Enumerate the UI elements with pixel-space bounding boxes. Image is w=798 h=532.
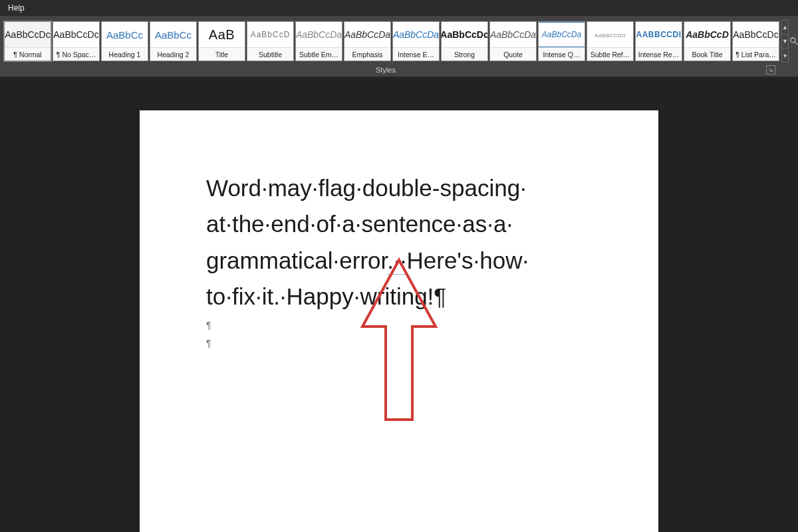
style-preview: AaBbCcDc [5,22,51,47]
style-label: Heading 2 [150,47,196,61]
menu-bar: Help [0,0,798,16]
style-tile-heading-2[interactable]: AaBbCcHeading 2 [150,21,197,61]
find-icon[interactable] [789,36,798,47]
style-preview: AaBbCc [150,22,196,47]
style-tile-intense-e-[interactable]: AaBbCcDaIntense E… [392,21,440,61]
style-tile--no-spac-[interactable]: AaBbCcDc¶ No Spac… [53,21,100,61]
styles-gallery: AaBbCcDc¶ NormalAaBbCcDc¶ No Spac…AaBbCc… [3,20,781,63]
style-tile-subtle-em-[interactable]: AaBbCcDaSubtle Em… [295,21,342,61]
style-preview: AaB [199,22,245,47]
style-label: Intense Re… [636,47,682,61]
style-tile-subtitle[interactable]: AaBbCcDSubtitle [247,21,294,61]
style-label: Quote [490,47,536,61]
style-preview: AaBbCcDc [53,22,99,47]
style-label: ¶ List Para… [733,47,779,61]
style-label: Subtle Ref… [587,47,633,61]
menu-help[interactable]: Help [4,2,29,14]
document-area: Word·may·flag·double-spacing· at·the·end… [0,77,798,532]
gallery-down-arrow-icon[interactable]: ▼ [782,35,788,49]
ribbon-right-icons [789,20,798,63]
style-label: ¶ No Spac… [53,47,99,61]
style-tile-quote[interactable]: AaBbCcDaQuote [489,21,537,61]
style-preview: AaBbCcDa [393,22,439,47]
style-tile--normal[interactable]: AaBbCcDc¶ Normal [4,21,51,61]
style-label: Emphasis [344,47,390,61]
styles-gallery-scroll: ▲ ▼ ▾ [781,20,789,63]
style-tile-title[interactable]: AaBTitle [198,21,245,61]
style-tile-subtle-ref-[interactable]: AABBCCDDSubtle Ref… [587,21,634,61]
style-label: Strong [442,47,487,61]
ribbon-group-label-row: Styles ↘ [0,63,798,77]
style-tile--list-para-[interactable]: AaBbCcDc¶ List Para… [732,21,779,61]
document-page[interactable]: Word·may·flag·double-spacing· at·the·end… [140,110,658,532]
svg-point-0 [791,38,795,43]
style-preview: AaBbCcDa [490,22,536,47]
style-tile-intense-q-[interactable]: AaBbCcDaIntense Q… [538,21,585,61]
styles-group-label: Styles [0,66,771,74]
style-tile-intense-re-[interactable]: AABBCCDIIntense Re… [635,21,682,61]
style-tile-book-title[interactable]: AaBbCcDBook Title [684,21,731,61]
style-preview: AABBCCDD [587,22,633,47]
style-preview: AABBCCDI [636,22,682,47]
style-preview: AaBbCcD [247,22,293,47]
gallery-more-icon[interactable]: ▾ [782,49,788,62]
style-label: Title [199,47,245,61]
style-label: Intense Q… [539,47,585,61]
svg-line-1 [795,42,797,45]
style-preview: AaBbCcDa [296,22,342,47]
style-preview: AaBbCcDa [344,22,390,47]
empty-paragraph-mark[interactable]: ¶ [206,336,598,350]
style-label: Heading 1 [102,47,148,61]
empty-paragraph-mark[interactable]: ¶ [206,319,598,332]
document-paragraph[interactable]: Word·may·flag·double-spacing· at·the·end… [206,170,598,315]
style-label: Subtitle [247,47,293,61]
style-label: Intense E… [393,47,439,61]
style-label: Book Title [684,47,730,61]
style-label: ¶ Normal [5,47,51,61]
style-tile-strong[interactable]: AaBbCcDcStrong [441,21,488,61]
style-tile-heading-1[interactable]: AaBbCcHeading 1 [101,21,148,61]
style-preview: AaBbCcDc [442,22,487,47]
grammar-flagged-span[interactable]: .·· [387,247,406,275]
style-label: Subtle Em… [296,47,342,61]
style-preview: AaBbCcDc [733,22,779,47]
style-preview: AaBbCcD [684,22,730,47]
style-preview: AaBbCcDa [539,22,585,47]
ribbon-styles: AaBbCcDc¶ NormalAaBbCcDc¶ No Spac…AaBbCc… [0,16,798,63]
style-tile-emphasis[interactable]: AaBbCcDaEmphasis [344,21,391,61]
gallery-up-arrow-icon[interactable]: ▲ [782,21,788,35]
style-preview: AaBbCc [102,22,148,47]
styles-dialog-launcher-icon[interactable]: ↘ [766,65,775,74]
